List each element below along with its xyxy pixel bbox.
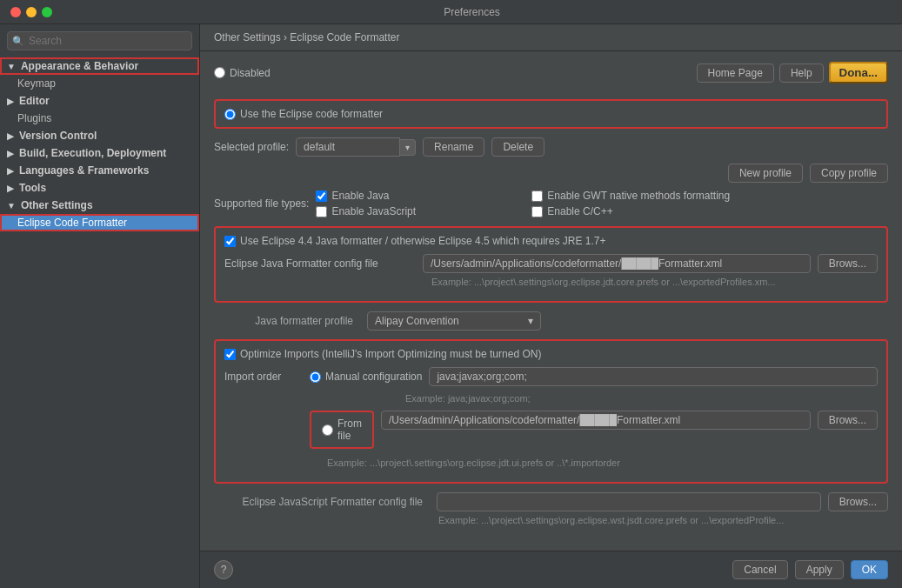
use-eclipse-section: Use the Eclipse code formatter [214,99,888,129]
home-page-button[interactable]: Home Page [697,63,774,83]
eclipse44-section: Use Eclipse 4.4 Java formatter / otherwi… [214,226,888,303]
expand-arrow-appearance: ▼ [7,62,16,71]
enable-js-label[interactable]: Enable JavaScript [316,205,514,217]
from-file-radio[interactable] [322,424,333,436]
profile-select-container[interactable]: default ▾ [296,137,416,157]
new-profile-button[interactable]: New profile [728,164,803,183]
close-button[interactable] [10,7,21,17]
enable-cpp-label[interactable]: Enable C/C++ [531,205,730,217]
cancel-button[interactable]: Cancel [732,560,787,579]
enable-cpp-text: Enable C/C++ [547,205,612,217]
minimize-button[interactable] [26,7,37,17]
sidebar-item-plugins[interactable]: Plugins [0,110,199,127]
search-box[interactable]: 🔍 [7,31,192,50]
import-order-row: Import order Manual configuration [224,367,878,386]
selected-profile-label: Selected profile: [214,141,289,153]
from-file-input[interactable] [381,411,811,430]
expand-arrow-lang: ▶ [7,166,14,176]
enable-gwt-label[interactable]: Enable GWT native methods formatting [531,190,730,202]
manual-config-radio-label[interactable]: Manual configuration [310,371,422,383]
sidebar-item-other-settings[interactable]: ▼ Other Settings [0,197,199,214]
eclipse-config-file-label: Eclipse Java Formatter config file [224,257,416,270]
sidebar-item-label-appearance: Appearance & Behavior [21,60,138,72]
eclipse44-checkbox[interactable] [224,236,236,247]
sidebar-item-label-lang: Languages & Frameworks [19,164,149,177]
window-title: Preferences [52,6,892,18]
window: Preferences 🔍 ▼ Appearance & Behavior Ke… [0,0,902,588]
sidebar-item-languages[interactable]: ▶ Languages & Frameworks [0,162,199,179]
config-file-row: Eclipse Java Formatter config file Brows… [224,254,878,273]
sidebar-item-build[interactable]: ▶ Build, Execution, Deployment [0,144,199,162]
delete-button[interactable]: Delete [491,137,545,157]
enable-js-text: Enable JavaScript [331,205,416,217]
optimize-imports-section: Optimize Imports (IntelliJ's Import Opti… [214,339,888,484]
expand-arrow-vc: ▶ [7,131,14,141]
rename-button[interactable]: Rename [423,137,484,157]
ok-button[interactable]: OK [851,560,888,579]
enable-js-checkbox[interactable] [316,206,327,217]
panel-footer: ? Cancel Apply OK [200,551,902,588]
profile-dropdown-arrow[interactable]: ▾ [400,139,416,156]
search-input[interactable] [7,31,192,50]
enable-java-label[interactable]: Enable Java [316,190,514,202]
disabled-radio[interactable] [214,67,225,78]
sidebar-item-editor[interactable]: ▶ Editor [0,92,199,110]
optimize-imports-label[interactable]: Optimize Imports (IntelliJ's Import Opti… [224,348,878,360]
manual-config-radio[interactable] [310,371,321,383]
copy-profile-button[interactable]: Copy profile [810,164,888,183]
import-order-input[interactable] [429,367,878,386]
example-text-2: Example: java;javax;org;com; [405,393,531,404]
java-profile-dropdown[interactable]: Alipay Convention ▾ [367,311,541,331]
js-config-row: Eclipse JavaScript Formatter config file… [214,492,888,511]
enable-gwt-checkbox[interactable] [531,190,543,202]
use-eclipse-radio[interactable] [224,109,236,120]
optimize-imports-text: Optimize Imports (IntelliJ's Import Opti… [240,348,541,360]
sidebar-item-appearance[interactable]: ▼ Appearance & Behavior [0,57,199,75]
example-text-3: Example: ...\project\.settings\org.eclip… [327,458,620,468]
expand-arrow-build: ▶ [7,149,14,158]
js-config-input[interactable] [437,492,821,511]
disabled-radio-row: Disabled [214,67,271,79]
sidebar-item-label-tools: Tools [19,182,46,194]
apply-button[interactable]: Apply [795,560,844,579]
sidebar-item-tools[interactable]: ▶ Tools [0,179,199,197]
disabled-label: Disabled [230,67,271,79]
profile-actions-row: New profile Copy profile [214,164,888,183]
enable-cpp-checkbox[interactable] [531,206,543,217]
from-file-radio-label[interactable]: From file [322,418,362,442]
browse-button-3[interactable]: Brows... [828,492,888,511]
import-order-label: Import order [224,371,303,383]
maximize-button[interactable] [42,7,52,17]
use-eclipse-radio-label[interactable]: Use the Eclipse code formatter [224,108,878,120]
sidebar-item-label-other: Other Settings [21,199,93,211]
java-profile-row: Java formatter profile Alipay Convention… [214,311,888,331]
expand-arrow-editor: ▶ [7,97,14,106]
example-row-4: Example: ...\project\.settings\org.eclip… [431,515,888,525]
sidebar-item-version-control[interactable]: ▶ Version Control [0,127,199,144]
enable-java-checkbox[interactable] [316,190,327,202]
example-text-4: Example: ...\project\.settings\org.eclip… [438,515,784,525]
config-file-input[interactable] [423,254,811,273]
browse-button-2[interactable]: Brows... [818,411,878,430]
sidebar-item-keymap[interactable]: Keymap [0,75,199,92]
traffic-lights [10,7,52,17]
help-circle-button[interactable]: ? [214,560,233,579]
profile-select[interactable]: default [296,137,400,157]
profile-row: Selected profile: default ▾ Rename Delet… [214,137,888,157]
eclipse44-text: Use Eclipse 4.4 Java formatter / otherwi… [240,235,606,247]
help-button[interactable]: Help [779,63,824,83]
eclipse-js-config-label: Eclipse JavaScript Formatter config file [214,496,423,508]
right-panel: Other Settings › Eclipse Code Formatter … [200,24,902,588]
disabled-radio-label[interactable]: Disabled [214,67,271,79]
optimize-imports-checkbox[interactable] [224,349,236,360]
use-eclipse-label: Use the Eclipse code formatter [240,108,383,120]
donate-button[interactable]: Dona... [829,62,888,84]
sidebar-item-label-build: Build, Execution, Deployment [19,147,166,159]
eclipse44-label[interactable]: Use Eclipse 4.4 Java formatter / otherwi… [224,235,878,247]
sidebar-item-eclipse-formatter[interactable]: Eclipse Code Formatter [0,214,199,231]
top-buttons-row: Home Page Help Dona... [697,62,889,84]
sidebar-item-label-editor: Editor [19,95,50,107]
browse-button-1[interactable]: Brows... [818,254,878,273]
sidebar-item-label-vc: Version Control [19,130,97,142]
file-types-row: Supported file types: Enable Java Enable… [214,190,888,217]
